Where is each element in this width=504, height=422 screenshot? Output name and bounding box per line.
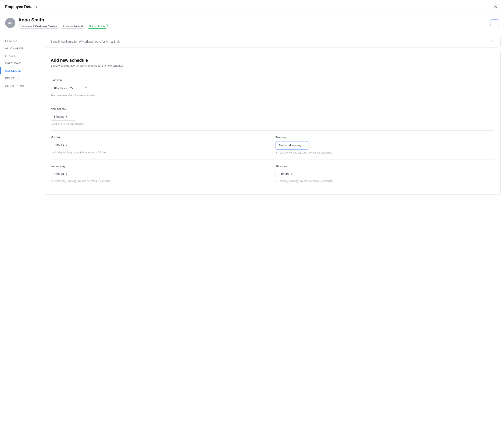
tuesday-dropdown[interactable]: Non-working day ▼ [276,141,308,149]
department-badge: Department: Customer Service [18,24,59,29]
date-field[interactable] [54,86,88,90]
nominal-day-value: 8 hours [54,115,64,118]
starts-on-hint: The date when the schedule takes effect. [51,94,494,97]
form-title: Add new schedule [51,58,494,63]
starts-on-input[interactable] [51,84,93,92]
location-value: Ireland [74,25,83,28]
banner-close-button[interactable]: ✕ [490,39,494,44]
location-badge: Location: Ireland [61,24,85,29]
badges: Department: Customer Service Location: I… [18,24,108,29]
banner-text: Specify configuration of working hours f… [51,40,121,43]
wednesday-field: Wednesday 8 hours ▼ Is Wednesday working… [51,165,269,183]
starts-on-label: Starts on [51,78,494,82]
department-label: Department: [21,25,35,28]
monday-value: 8 hours [54,143,64,147]
modal-close-button[interactable]: ✕ [492,3,499,10]
nominal-day-hint: Duration of a full day in hours. [51,122,494,125]
main-content: Specify configuration of working hours f… [40,32,504,422]
chevron-down-icon: ▼ [66,173,68,175]
wednesday-label: Wednesday [51,165,269,168]
tuesday-hint: Is Tuesday working day and how long is a… [276,151,494,154]
monday-label: Monday [51,136,269,139]
wednesday-dropdown[interactable]: 8 hours ▼ [51,170,76,178]
monday-hint: Is Monday working day and how long is a … [51,151,269,154]
wednesday-hint: Is Wednesday working day and how long is… [51,180,269,183]
sidebar-item-allowance[interactable]: ALLOWANCE [0,45,40,52]
employee-name: Anna Smith [18,17,108,23]
thursday-label: Thursday [276,165,494,168]
sidebar: GENERAL ALLOWANCE LEAVES CALENDAR SCHEDU… [0,32,40,422]
nominal-day-dropdown[interactable]: 8 hours ▼ [51,113,76,121]
chevron-down-icon: ▼ [66,144,68,146]
thursday-value: 8 hours [279,172,289,176]
mon-tue-section: Monday 8 hours ▼ Is Monday working day a… [51,131,494,159]
nominal-day-section: Nominal day 8 hours ▼ Duration of a full… [51,102,494,131]
tuesday-value: Non-working day [279,143,301,147]
info-banner: Specify configuration of working hours f… [44,36,501,48]
sidebar-item-leave-types[interactable]: LEAVE TYPES [0,82,40,89]
main-layout: GENERAL ALLOWANCE LEAVES CALENDAR SCHEDU… [0,32,504,422]
chevron-down-icon: ▼ [66,116,68,118]
chevron-down-icon: ▼ [290,173,293,175]
mon-tue-grid: Monday 8 hours ▼ Is Monday working day a… [51,136,494,154]
status-badge: Status: Active [87,24,108,29]
monday-dropdown[interactable]: 8 hours ▼ [51,141,76,149]
sidebar-item-general[interactable]: GENERAL [0,37,40,45]
wed-thu-grid: Wednesday 8 hours ▼ Is Wednesday working… [51,165,494,183]
tuesday-field: Tuesday Non-working day ▼ Is Tuesday wor… [276,136,494,154]
modal-header: Employee Details ✕ [0,0,504,14]
starts-on-section: Starts on The date when the schedule tak… [51,73,494,102]
employee-info-bar: AS Anna Smith Department: Customer Servi… [0,14,504,32]
schedule-form: Add new schedule Specify configuration o… [44,51,501,195]
form-subtitle: Specify configuration of working hours f… [51,64,494,67]
sidebar-item-leaves[interactable]: LEAVES [0,52,40,59]
wednesday-value: 8 hours [54,172,64,176]
status-value: Active [98,25,105,28]
monday-field: Monday 8 hours ▼ Is Monday working day a… [51,136,269,154]
wed-thu-section: Wednesday 8 hours ▼ Is Wednesday working… [51,159,494,188]
sidebar-item-policies[interactable]: POLICIES [0,74,40,82]
thursday-dropdown[interactable]: 8 hours ▼ [276,170,301,178]
thursday-field: Thursday 8 hours ▼ Is Thursday working d… [276,165,494,183]
thursday-hint: Is Thursday working day and how long is … [276,180,494,183]
nominal-day-label: Nominal day [51,107,494,111]
more-options-button[interactable]: ··· [490,19,499,26]
location-label: Location: [63,25,74,28]
sidebar-item-calendar[interactable]: CALENDAR [0,59,40,67]
chevron-down-icon: ▼ [303,144,305,147]
tuesday-label: Tuesday [276,136,494,139]
employee-left: AS Anna Smith Department: Customer Servi… [5,17,108,29]
sidebar-item-schedule[interactable]: SCHEDULE [0,67,40,74]
department-value: Customer Service [35,25,57,28]
employee-details: Anna Smith Department: Customer Service … [18,17,108,29]
status-label: Status: [89,25,97,28]
avatar: AS [5,18,15,28]
modal-title: Employee Details [5,5,37,9]
